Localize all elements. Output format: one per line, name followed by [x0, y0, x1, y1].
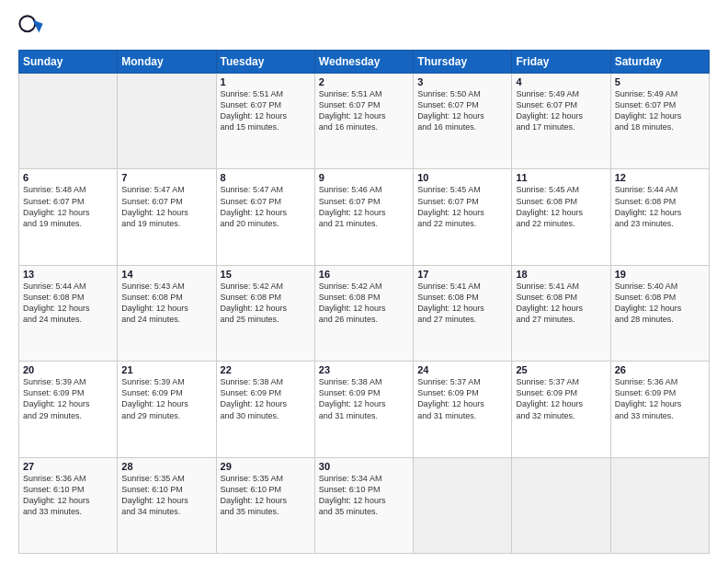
- calendar-cell: 12Sunrise: 5:44 AM Sunset: 6:08 PM Dayli…: [610, 169, 709, 265]
- day-number: 10: [417, 172, 507, 183]
- calendar-cell: 21Sunrise: 5:39 AM Sunset: 6:09 PM Dayli…: [118, 362, 216, 457]
- calendar-cell: 1Sunrise: 5:51 AM Sunset: 6:07 PM Daylig…: [216, 74, 314, 169]
- day-info: Sunrise: 5:47 AM Sunset: 6:07 PM Dayligh…: [121, 184, 211, 229]
- day-of-week-header: Tuesday: [216, 51, 314, 74]
- day-info: Sunrise: 5:38 AM Sunset: 6:09 PM Dayligh…: [319, 376, 409, 421]
- day-info: Sunrise: 5:45 AM Sunset: 6:08 PM Dayligh…: [516, 184, 606, 229]
- day-info: Sunrise: 5:39 AM Sunset: 6:09 PM Dayligh…: [23, 376, 113, 421]
- day-number: 13: [23, 269, 113, 280]
- calendar-cell: 6Sunrise: 5:48 AM Sunset: 6:07 PM Daylig…: [19, 169, 118, 265]
- day-info: Sunrise: 5:34 AM Sunset: 6:10 PM Dayligh…: [319, 473, 409, 518]
- calendar-cell: [610, 457, 709, 553]
- calendar-week-row: 13Sunrise: 5:44 AM Sunset: 6:08 PM Dayli…: [19, 265, 710, 361]
- calendar-week-row: 1Sunrise: 5:51 AM Sunset: 6:07 PM Daylig…: [19, 74, 710, 169]
- calendar-week-row: 6Sunrise: 5:48 AM Sunset: 6:07 PM Daylig…: [19, 169, 710, 265]
- calendar-cell: 28Sunrise: 5:35 AM Sunset: 6:10 PM Dayli…: [118, 457, 216, 553]
- day-number: 2: [319, 76, 409, 87]
- day-info: Sunrise: 5:43 AM Sunset: 6:08 PM Dayligh…: [121, 281, 211, 326]
- day-of-week-header: Thursday: [414, 51, 512, 74]
- day-info: Sunrise: 5:40 AM Sunset: 6:08 PM Dayligh…: [615, 281, 705, 326]
- day-info: Sunrise: 5:37 AM Sunset: 6:09 PM Dayligh…: [417, 376, 507, 421]
- calendar-cell: 25Sunrise: 5:37 AM Sunset: 6:09 PM Dayli…: [512, 362, 610, 457]
- day-number: 3: [417, 76, 507, 87]
- day-info: Sunrise: 5:35 AM Sunset: 6:10 PM Dayligh…: [121, 473, 211, 518]
- day-of-week-header: Saturday: [610, 51, 709, 74]
- calendar-cell: [414, 457, 512, 553]
- day-info: Sunrise: 5:44 AM Sunset: 6:08 PM Dayligh…: [615, 184, 705, 229]
- day-info: Sunrise: 5:41 AM Sunset: 6:08 PM Dayligh…: [516, 281, 606, 326]
- day-info: Sunrise: 5:38 AM Sunset: 6:09 PM Dayligh…: [221, 376, 311, 421]
- day-number: 9: [319, 172, 409, 183]
- day-info: Sunrise: 5:49 AM Sunset: 6:07 PM Dayligh…: [615, 88, 705, 133]
- calendar-cell: 4Sunrise: 5:49 AM Sunset: 6:07 PM Daylig…: [512, 74, 610, 169]
- day-info: Sunrise: 5:42 AM Sunset: 6:08 PM Dayligh…: [319, 281, 409, 326]
- calendar-cell: 3Sunrise: 5:50 AM Sunset: 6:07 PM Daylig…: [414, 74, 512, 169]
- calendar-cell: 8Sunrise: 5:47 AM Sunset: 6:07 PM Daylig…: [216, 169, 314, 265]
- calendar-cell: 7Sunrise: 5:47 AM Sunset: 6:07 PM Daylig…: [118, 169, 216, 265]
- day-number: 29: [221, 461, 311, 472]
- day-info: Sunrise: 5:48 AM Sunset: 6:07 PM Dayligh…: [23, 184, 113, 229]
- calendar-cell: [512, 457, 610, 553]
- calendar-cell: 11Sunrise: 5:45 AM Sunset: 6:08 PM Dayli…: [512, 169, 610, 265]
- day-info: Sunrise: 5:51 AM Sunset: 6:07 PM Dayligh…: [319, 88, 409, 133]
- calendar-cell: 27Sunrise: 5:36 AM Sunset: 6:10 PM Dayli…: [19, 457, 118, 553]
- calendar-cell: 9Sunrise: 5:46 AM Sunset: 6:07 PM Daylig…: [314, 169, 413, 265]
- day-number: 28: [121, 461, 211, 472]
- calendar-cell: 17Sunrise: 5:41 AM Sunset: 6:08 PM Dayli…: [414, 265, 512, 361]
- day-info: Sunrise: 5:36 AM Sunset: 6:10 PM Dayligh…: [23, 473, 113, 518]
- calendar-week-row: 27Sunrise: 5:36 AM Sunset: 6:10 PM Dayli…: [19, 457, 710, 553]
- calendar-cell: 23Sunrise: 5:38 AM Sunset: 6:09 PM Dayli…: [314, 362, 413, 457]
- day-of-week-header: Friday: [512, 51, 610, 74]
- day-number: 20: [23, 364, 113, 375]
- day-info: Sunrise: 5:45 AM Sunset: 6:07 PM Dayligh…: [417, 184, 507, 229]
- day-info: Sunrise: 5:37 AM Sunset: 6:09 PM Dayligh…: [516, 376, 606, 421]
- day-info: Sunrise: 5:44 AM Sunset: 6:08 PM Dayligh…: [23, 281, 113, 326]
- calendar-cell: 14Sunrise: 5:43 AM Sunset: 6:08 PM Dayli…: [118, 265, 216, 361]
- day-number: 12: [615, 172, 705, 183]
- calendar-cell: 5Sunrise: 5:49 AM Sunset: 6:07 PM Daylig…: [610, 74, 709, 169]
- header: [18, 15, 710, 40]
- day-number: 25: [516, 364, 606, 375]
- day-number: 5: [615, 76, 705, 87]
- day-number: 21: [121, 364, 211, 375]
- logo-icon: [18, 15, 44, 40]
- calendar-cell: 19Sunrise: 5:40 AM Sunset: 6:08 PM Dayli…: [610, 265, 709, 361]
- day-number: 18: [516, 269, 606, 280]
- day-number: 23: [319, 364, 409, 375]
- day-info: Sunrise: 5:51 AM Sunset: 6:07 PM Dayligh…: [221, 88, 311, 133]
- calendar-header-row: SundayMondayTuesdayWednesdayThursdayFrid…: [19, 51, 710, 74]
- day-info: Sunrise: 5:50 AM Sunset: 6:07 PM Dayligh…: [417, 88, 507, 133]
- day-number: 15: [221, 269, 311, 280]
- page-container: SundayMondayTuesdayWednesdayThursdayFrid…: [0, 0, 728, 563]
- calendar-cell: 18Sunrise: 5:41 AM Sunset: 6:08 PM Dayli…: [512, 265, 610, 361]
- calendar-cell: [118, 74, 216, 169]
- calendar-cell: 24Sunrise: 5:37 AM Sunset: 6:09 PM Dayli…: [414, 362, 512, 457]
- day-number: 14: [121, 269, 211, 280]
- calendar-week-row: 20Sunrise: 5:39 AM Sunset: 6:09 PM Dayli…: [19, 362, 710, 457]
- day-info: Sunrise: 5:42 AM Sunset: 6:08 PM Dayligh…: [221, 281, 311, 326]
- day-number: 26: [615, 364, 705, 375]
- logo: [18, 15, 46, 40]
- day-info: Sunrise: 5:35 AM Sunset: 6:10 PM Dayligh…: [221, 473, 311, 518]
- day-info: Sunrise: 5:46 AM Sunset: 6:07 PM Dayligh…: [319, 184, 409, 229]
- day-number: 19: [615, 269, 705, 280]
- day-number: 22: [221, 364, 311, 375]
- day-number: 24: [417, 364, 507, 375]
- day-number: 1: [221, 76, 311, 87]
- calendar-cell: [19, 74, 118, 169]
- day-number: 27: [23, 461, 113, 472]
- calendar-cell: 13Sunrise: 5:44 AM Sunset: 6:08 PM Dayli…: [19, 265, 118, 361]
- day-number: 11: [516, 172, 606, 183]
- calendar-cell: 30Sunrise: 5:34 AM Sunset: 6:10 PM Dayli…: [314, 457, 413, 553]
- calendar-table: SundayMondayTuesdayWednesdayThursdayFrid…: [18, 50, 710, 554]
- calendar-cell: 16Sunrise: 5:42 AM Sunset: 6:08 PM Dayli…: [314, 265, 413, 361]
- day-info: Sunrise: 5:41 AM Sunset: 6:08 PM Dayligh…: [417, 281, 507, 326]
- day-of-week-header: Sunday: [19, 51, 118, 74]
- day-number: 30: [319, 461, 409, 472]
- day-info: Sunrise: 5:36 AM Sunset: 6:09 PM Dayligh…: [615, 376, 705, 421]
- calendar-cell: 10Sunrise: 5:45 AM Sunset: 6:07 PM Dayli…: [414, 169, 512, 265]
- calendar-cell: 2Sunrise: 5:51 AM Sunset: 6:07 PM Daylig…: [314, 74, 413, 169]
- day-of-week-header: Monday: [118, 51, 216, 74]
- calendar-cell: 22Sunrise: 5:38 AM Sunset: 6:09 PM Dayli…: [216, 362, 314, 457]
- calendar-cell: 26Sunrise: 5:36 AM Sunset: 6:09 PM Dayli…: [610, 362, 709, 457]
